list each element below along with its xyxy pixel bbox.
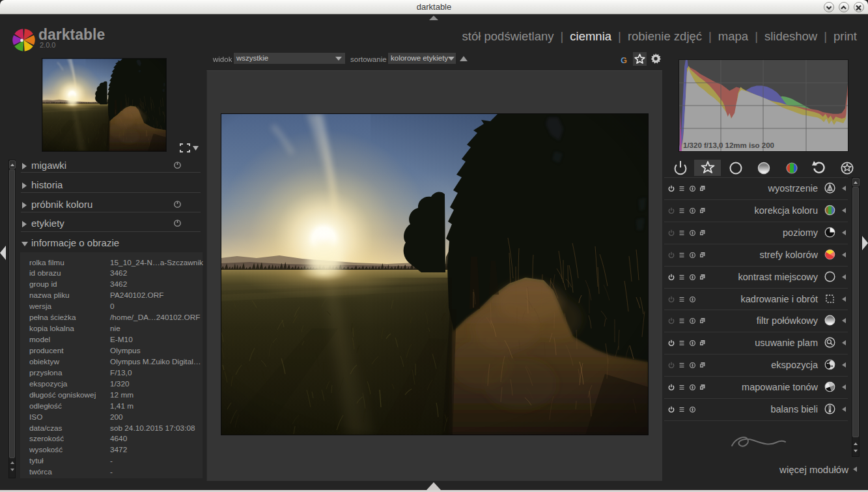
svg-text:1/320 f/13,0 12mm iso 200: 1/320 f/13,0 12mm iso 200 — [683, 141, 774, 149]
